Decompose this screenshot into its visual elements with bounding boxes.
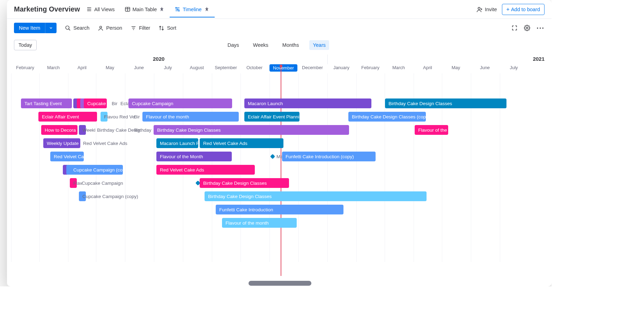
search-button[interactable]: Search — [65, 25, 89, 31]
month-label: March — [47, 65, 60, 70]
timeline-bar-label: Flav — [73, 178, 82, 188]
timeline-bar-label: Bir — [134, 112, 140, 122]
fullscreen-icon[interactable] — [511, 25, 518, 31]
zoom-days[interactable]: Days — [224, 40, 243, 50]
timeline-bar[interactable]: Flavour of the month — [222, 218, 297, 228]
today-button[interactable]: Today — [14, 40, 37, 50]
zoom-years[interactable]: Years — [309, 40, 329, 50]
view-tabs: All Views Main Table Timeline — [86, 1, 210, 17]
timeline-bar[interactable]: Birthday Cake Design Classes (copy) — [348, 112, 426, 122]
month-row: FebruaryMarchAprilMayJuneJulyAugustSepte… — [7, 64, 552, 73]
list-icon — [86, 6, 92, 12]
zoom-months[interactable]: Months — [279, 40, 303, 50]
timeline-bar[interactable]: Cupcake Campaign (copy — [70, 165, 123, 175]
add-to-board-button[interactable]: + Add to board — [502, 4, 545, 15]
month-label: May — [106, 65, 114, 70]
tab-main-table[interactable]: Main Table — [125, 1, 165, 17]
invite-button[interactable]: Invite — [476, 6, 497, 13]
month-label: June — [480, 65, 490, 70]
pin-icon — [159, 6, 165, 12]
month-label: June — [134, 65, 144, 70]
new-item-label[interactable]: New Item — [14, 23, 45, 33]
timeline-bar[interactable]: Cupcake — [84, 98, 107, 108]
svg-line-17 — [69, 29, 70, 30]
timeline-bar[interactable]: Flavour of the — [415, 125, 448, 135]
timeline-bar[interactable]: Flavour of the Month — [156, 152, 232, 161]
timeline-bar[interactable]: Birthday Cake Design Classes — [385, 98, 506, 108]
timeline-bar-label: Red Velvet Cake Ads — [83, 138, 127, 148]
sort-label: Sort — [167, 25, 176, 31]
timeline-bar[interactable]: Tart Tasting Event — [21, 98, 72, 108]
search-label: Search — [73, 25, 89, 31]
timeline-bar-label: Birthday Cake Desig — [97, 125, 140, 135]
new-item-button[interactable]: New Item — [14, 23, 57, 33]
month-label: January — [333, 65, 349, 70]
month-label: February — [16, 65, 34, 70]
tab-label: All Views — [94, 7, 115, 12]
timeline-bar[interactable]: Weekly Update — [43, 138, 80, 148]
zoom-tabs: Days Weeks Months Years — [224, 40, 329, 50]
zoom-weeks[interactable]: Weeks — [250, 40, 272, 50]
timeline-bar[interactable]: Funfetti Cake Introduction (copy) — [282, 152, 376, 161]
timeline-bar[interactable]: Birthday Cake Design Classes — [154, 125, 349, 135]
sort-icon — [158, 25, 164, 31]
filter-icon — [131, 25, 136, 31]
header-actions: Invite + Add to board — [476, 4, 545, 15]
timeline-bar[interactable]: Eclair Affair Event Planning — [244, 112, 299, 122]
pin-icon — [204, 6, 210, 12]
more-options-button[interactable]: ··· — [536, 24, 545, 32]
timeline-bar[interactable]: Macaron Launch Pa — [156, 138, 198, 148]
tab-all-views[interactable]: All Views — [86, 1, 115, 17]
today-indicator — [281, 66, 281, 276]
month-label[interactable]: November — [269, 64, 297, 72]
timeline-bar-label: Weekl — [82, 125, 95, 135]
month-label: December — [302, 65, 323, 70]
milestone-diamond[interactable] — [270, 154, 275, 159]
timeline-bar[interactable]: Red Velvet Cake Ads — [156, 165, 255, 175]
tab-timeline[interactable]: Timeline — [175, 1, 209, 17]
month-label: July — [164, 65, 172, 70]
timeline-bar-label: Bir — [112, 98, 118, 108]
svg-point-16 — [66, 26, 69, 29]
timeline-bar[interactable]: Funfetti Cake Introduction — [216, 205, 343, 214]
new-item-dropdown[interactable] — [45, 23, 57, 33]
toolbar-right: ··· — [511, 24, 545, 32]
month-label: October — [246, 65, 262, 70]
timeline-bar[interactable]: Red Velvet Cake Ads — [200, 138, 283, 148]
person-label: Person — [106, 25, 122, 31]
timeline-area[interactable]: 2020 2021 FebruaryMarchAprilMayJuneJulyA… — [7, 54, 552, 286]
svg-point-22 — [526, 27, 528, 29]
search-icon — [65, 25, 71, 31]
svg-point-6 — [176, 7, 177, 8]
month-label: March — [392, 65, 405, 70]
timeline-bar[interactable]: Red Velvet Ca — [50, 152, 84, 161]
timeline-bar[interactable]: Cupcake Campaign — [128, 98, 232, 108]
timeline-bar[interactable]: Eclair Affair Event — [38, 112, 97, 122]
add-label: Add to board — [511, 7, 540, 12]
svg-point-11 — [179, 10, 180, 11]
timeline-bar[interactable]: Birthday Cake Design Classes — [205, 191, 427, 201]
timeline-controls: Today Days Weeks Months Years — [7, 37, 552, 54]
horizontal-scroll-thumb[interactable] — [249, 281, 311, 286]
month-label: September — [215, 65, 237, 70]
sort-button[interactable]: Sort — [158, 25, 176, 31]
table-icon — [125, 6, 131, 12]
chevron-down-icon — [49, 26, 53, 30]
person-filter-button[interactable]: Person — [98, 25, 122, 31]
timeline-bar[interactable]: Birthday Cake Design Classes — [200, 178, 289, 188]
year-row: 2020 2021 — [7, 54, 552, 64]
timeline-bar[interactable]: How to Decora — [41, 125, 77, 135]
timeline-bar[interactable]: Flavour of the month — [142, 112, 239, 122]
board-header: Marketing Overview All Views Main Table … — [7, 0, 552, 19]
gear-icon[interactable] — [524, 25, 530, 31]
timeline-bar[interactable]: Macaron Launch — [244, 98, 371, 108]
year-label-2021: 2021 — [533, 56, 545, 62]
timeline-bar-label: Cupcake Campaign — [82, 178, 123, 188]
svg-point-18 — [100, 26, 102, 28]
board-title: Marketing Overview — [14, 5, 80, 13]
grid-line — [11, 73, 12, 262]
month-label: April — [77, 65, 87, 70]
invite-label: Invite — [485, 7, 497, 12]
filter-button[interactable]: Filter — [131, 25, 150, 31]
tab-label: Timeline — [183, 7, 201, 12]
